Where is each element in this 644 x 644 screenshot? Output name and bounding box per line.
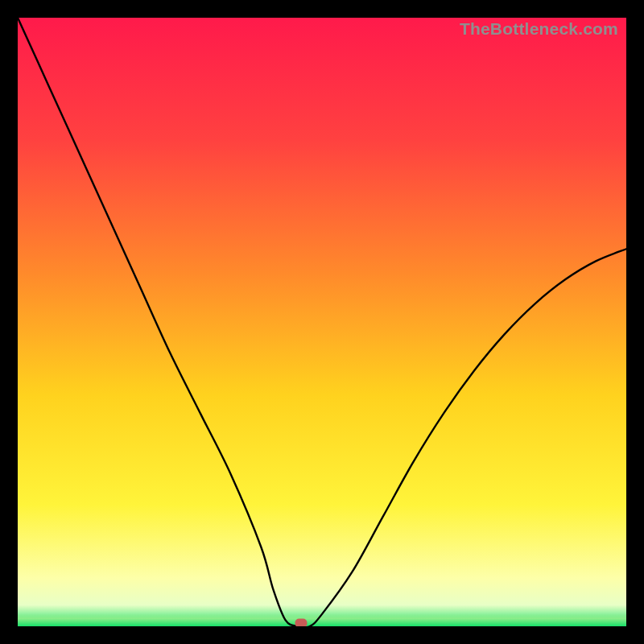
watermark-text: TheBottleneck.com [460, 19, 618, 39]
bottleneck-curve [18, 18, 626, 626]
plot-area: TheBottleneck.com [18, 18, 626, 626]
minimum-marker [295, 619, 307, 627]
chart-frame: { "watermark": "TheBottleneck.com", "col… [0, 0, 644, 644]
